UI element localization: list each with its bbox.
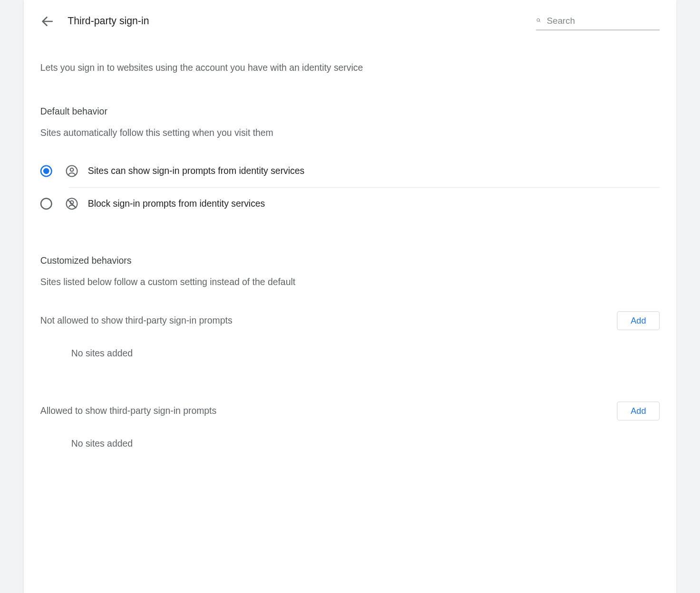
radio-label: Block sign-in prompts from identity serv… — [88, 199, 265, 210]
page-title: Third-party sign-in — [68, 15, 523, 27]
default-behavior-section: Default behavior Sites automatically fol… — [40, 106, 660, 220]
block-icon — [65, 197, 78, 210]
search-icon — [536, 14, 541, 26]
search-field[interactable] — [536, 12, 660, 30]
settings-card: Third-party sign-in Lets you sign in to … — [24, 0, 677, 593]
add-allowed-button[interactable]: Add — [617, 402, 660, 421]
content: Lets you sign in to websites using the a… — [24, 34, 677, 508]
radio-option-block[interactable]: Block sign-in prompts from identity serv… — [40, 188, 660, 220]
arrow-left-icon — [40, 14, 55, 28]
header: Third-party sign-in — [24, 0, 677, 34]
not-allowed-block: Not allowed to show third-party sign-in … — [40, 304, 660, 370]
radio-label: Sites can show sign-in prompts from iden… — [88, 166, 304, 177]
page-description: Lets you sign in to websites using the a… — [40, 62, 660, 73]
allowed-block: Allowed to show third-party sign-in prom… — [40, 394, 660, 460]
svg-point-4 — [70, 168, 74, 172]
radio-option-allow[interactable]: Sites can show sign-in prompts from iden… — [40, 155, 660, 187]
radio-button[interactable] — [40, 165, 52, 177]
search-input[interactable] — [547, 15, 660, 25]
section-title-customized: Customized behaviors — [40, 256, 660, 267]
section-title-default: Default behavior — [40, 106, 660, 117]
not-allowed-empty: No sites added — [40, 337, 660, 370]
add-not-allowed-button[interactable]: Add — [617, 311, 660, 330]
allowed-label: Allowed to show third-party sign-in prom… — [40, 406, 216, 417]
not-allowed-label: Not allowed to show third-party sign-in … — [40, 316, 233, 326]
allowed-empty: No sites added — [40, 428, 660, 460]
section-subtitle-default: Sites automatically follow this setting … — [40, 128, 660, 139]
section-subtitle-customized: Sites listed below follow a custom setti… — [40, 277, 660, 288]
radio-button[interactable] — [40, 198, 52, 210]
svg-line-2 — [539, 21, 540, 22]
customized-behaviors-section: Customized behaviors Sites listed below … — [40, 256, 660, 460]
person-circle-icon — [65, 164, 78, 178]
back-button[interactable] — [40, 14, 55, 28]
radio-group: Sites can show sign-in prompts from iden… — [40, 155, 660, 220]
